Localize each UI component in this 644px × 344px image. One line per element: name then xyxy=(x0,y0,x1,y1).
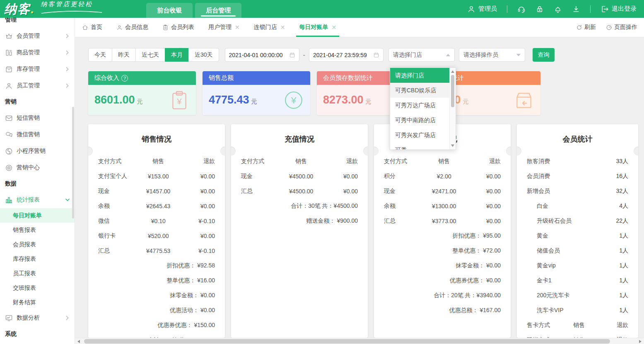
operator-select[interactable]: 请选择操作员 xyxy=(459,48,525,62)
tab-member-list[interactable]: 会员列表 xyxy=(155,18,201,37)
sidebar-subitem-shift-report[interactable]: 交班报表 xyxy=(0,281,75,295)
top-navigation: 前台收银 后台管理 xyxy=(146,0,241,18)
sidebar-item-data-analysis[interactable]: 数据分析 xyxy=(0,310,75,326)
nav-front-cashier[interactable]: 前台收银 xyxy=(146,3,193,18)
summary-total-clipped: 合计：70笔 共：¥5034.01 xyxy=(98,333,215,338)
refresh-button[interactable]: 刷新 xyxy=(576,24,596,31)
calendar-icon xyxy=(289,52,295,58)
clipboard-yen-icon: ¥ xyxy=(169,90,190,111)
envelope-icon xyxy=(5,114,13,122)
divider xyxy=(590,5,591,13)
panel-consume: 消费情况 支付方式 销售 退款 积分¥2.00¥0.00 现金¥2471.00¥… xyxy=(374,124,511,338)
current-user[interactable]: 管理员 xyxy=(467,5,497,13)
close-tab-icon[interactable]: ✕ xyxy=(235,24,240,31)
panel-notch-decoration xyxy=(220,147,225,156)
headset-icon[interactable] xyxy=(517,5,526,13)
lock-icon[interactable] xyxy=(535,5,544,13)
sidebar-item-miniapp-marketing[interactable]: 小程序营销 xyxy=(0,143,75,159)
stat-row: 200元洗车卡1人 xyxy=(527,288,628,303)
logout-button[interactable]: 退出登录 xyxy=(601,5,637,13)
panel-notch-decoration xyxy=(231,147,236,156)
delay-header-clipped: 延期方式 销售 退款 xyxy=(527,333,628,338)
store-select[interactable]: 请选择门店 xyxy=(388,48,455,62)
scroll-right-arrow-icon[interactable] xyxy=(639,340,642,343)
start-date-input[interactable]: 2021-04-01 00:00:00 xyxy=(225,48,299,62)
dropdown-scrollbar[interactable] xyxy=(449,68,456,149)
end-date-input[interactable]: 2021-04-27 23:59:59 xyxy=(309,48,384,62)
sidebar-subitem-inventory-report[interactable]: 库存报表 xyxy=(0,252,75,266)
sidebar-item-wechat-marketing[interactable]: 微信营销 xyxy=(0,126,75,143)
stat-row: 会员消费16人 xyxy=(527,169,628,184)
card-title: 销售总额 xyxy=(209,74,234,82)
chevron-right-icon xyxy=(65,84,70,88)
tab-home[interactable]: 首页 xyxy=(75,18,109,37)
panel-recharge: 充值情况 支付方式 销售 退款 现金¥4500.00¥0.00 汇总¥4500.… xyxy=(231,124,368,338)
help-icon[interactable]: ? xyxy=(121,75,128,82)
divider xyxy=(507,5,507,13)
scrollbar-thumb[interactable] xyxy=(84,339,610,344)
close-tab-icon[interactable]: ✕ xyxy=(331,24,336,31)
table-row: 银行卡¥520.00¥0.00 xyxy=(98,229,215,243)
dropdown-option-store[interactable]: 可秀中南路的店 xyxy=(390,113,449,127)
box-return-icon xyxy=(514,90,534,111)
sidebar-item-marketing-center[interactable]: 营销中心 xyxy=(0,159,75,176)
sidebar-item-member-management[interactable]: 会员管理 xyxy=(0,28,75,44)
sidebar-item-statistics-reports[interactable]: 统计报表 xyxy=(0,192,75,208)
tab-member-info[interactable]: 会员信息 xyxy=(109,18,155,37)
dropdown-option-store-clipped[interactable]: 可秀 xyxy=(390,142,449,149)
tab-chain-stores[interactable]: 连锁门店 ✕ xyxy=(247,18,292,37)
search-button[interactable]: 查询 xyxy=(533,48,555,62)
sidebar-scrollbar[interactable] xyxy=(72,107,74,219)
range-last7days-button[interactable]: 近七天 xyxy=(135,48,165,62)
dropdown-option-store[interactable]: 可秀兴发广场店 xyxy=(390,127,449,142)
sidebar-item-sms-marketing[interactable]: 短信营销 xyxy=(0,110,75,126)
gauge-icon xyxy=(606,24,612,31)
dropdown-option-placeholder[interactable]: 请选择门店 xyxy=(390,68,449,83)
app-window: 纳客. 纳客管店更轻松 前台收银 后台管理 管理员 退出登录 xyxy=(0,0,644,344)
summary-line: 整单优惠： ¥16.00 xyxy=(98,273,215,288)
bell-icon[interactable] xyxy=(554,5,562,13)
download-icon[interactable] xyxy=(572,5,580,13)
sidebar-item-goods-management[interactable]: 商品管理 xyxy=(0,44,75,61)
card-title: 会员预存数据统计 xyxy=(323,74,373,82)
nav-backend-admin[interactable]: 后台管理 xyxy=(195,3,241,18)
summary-line: 折扣优惠： ¥95.00 xyxy=(384,229,501,243)
circle-yen-icon: ¥ xyxy=(283,90,304,111)
page-operations-button[interactable]: 页面操作 xyxy=(606,24,637,31)
sidebar-subitem-member-report[interactable]: 会员报表 xyxy=(0,237,75,252)
clipboard-icon xyxy=(162,24,169,31)
person-icon xyxy=(116,24,123,31)
tab-daily-statement[interactable]: 每日对账单 ✕ xyxy=(292,18,343,37)
scroll-up-arrow-icon[interactable] xyxy=(451,70,454,73)
card-value: 8273.00元 xyxy=(323,94,371,106)
sidebar-subitem-staff-report[interactable]: 员工报表 xyxy=(0,266,75,281)
dropdown-option-store[interactable]: 可秀CBD娱乐店 xyxy=(390,83,449,98)
stat-row: 黄金1人 xyxy=(527,229,628,243)
box-icon xyxy=(5,65,13,73)
sidebar-subitem-sales-report[interactable]: 销售报表 xyxy=(0,223,75,237)
range-thismonth-button[interactable]: 本月 xyxy=(165,48,189,62)
range-today-button[interactable]: 今天 xyxy=(88,48,112,62)
panel-member-statistics: 会员统计 散客消费33人 会员消费16人 新增会员32人 白金4人 升级砖石会员… xyxy=(517,124,638,338)
range-last30days-button[interactable]: 近30天 xyxy=(188,48,219,62)
stat-row: 金卡11人 xyxy=(527,273,628,288)
brand-tagline: 纳客管店更轻松 xyxy=(41,0,103,8)
sidebar-item-staff-management[interactable]: 员工管理 xyxy=(0,77,75,94)
close-tab-icon[interactable]: ✕ xyxy=(280,24,285,31)
range-yesterday-button[interactable]: 昨天 xyxy=(112,48,136,62)
sidebar-item-inventory-management[interactable]: 库存管理 xyxy=(0,61,75,77)
table-row: 现金¥2471.00¥0.00 xyxy=(384,184,501,199)
sidebar-subitem-daily-statement[interactable]: 每日对账单 xyxy=(0,208,75,223)
bar-chart-icon xyxy=(5,196,13,204)
table-row: 积分¥2.00¥0.00 xyxy=(384,169,501,184)
summary-line: 合计：20笔 共：¥3940.00 xyxy=(384,288,501,303)
scrollbar-thumb[interactable] xyxy=(451,75,454,107)
sidebar-subitem-finance-settlement[interactable]: 财务结算 xyxy=(0,295,75,310)
chevron-right-icon xyxy=(65,51,70,55)
scroll-down-arrow-icon[interactable] xyxy=(451,144,454,147)
dropdown-option-store[interactable]: 可秀万达广场店 xyxy=(390,98,449,113)
tab-user-management[interactable]: 用户管理 ✕ xyxy=(201,18,247,37)
summary-line: 优惠总额： ¥167.00 xyxy=(384,303,501,318)
horizontal-scrollbar[interactable] xyxy=(75,338,644,344)
scroll-left-arrow-icon[interactable] xyxy=(77,340,80,343)
